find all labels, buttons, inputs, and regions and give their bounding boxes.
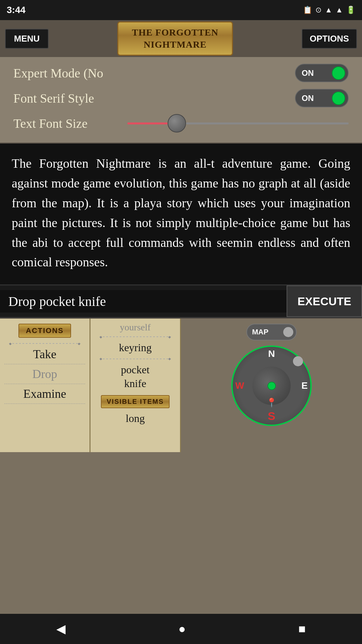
compass-ne-icon	[293, 356, 303, 366]
expert-mode-row: Expert Mode (No ON	[13, 64, 349, 82]
font-serif-row: Font Serif Style ON	[13, 89, 349, 107]
status-time: 3:44	[7, 5, 25, 15]
battery-icon: 🔋	[346, 6, 355, 14]
text-size-slider[interactable]	[127, 114, 349, 132]
slider-track-right	[186, 122, 349, 124]
visible-items-header: VISIBLE ITEMS	[101, 395, 169, 408]
sync-icon: ⊙	[315, 6, 321, 14]
slider-track-left	[127, 122, 168, 124]
direction-W: W	[235, 380, 244, 391]
font-serif-value: ON	[302, 94, 314, 103]
expert-mode-value: ON	[302, 68, 314, 78]
home-button[interactable]: ●	[168, 619, 196, 639]
map-label: MAP	[252, 328, 268, 336]
signal-icon: ▲	[336, 6, 343, 14]
action-drop[interactable]: Drop	[0, 366, 89, 382]
text-preview: The Forgotten Nightmare is an all-t adve…	[0, 144, 362, 284]
items-divider-1	[100, 336, 171, 337]
items-scroll-top: yourself	[120, 319, 151, 334]
sim-icon: 📋	[303, 6, 312, 14]
text-size-label: Text Font Size	[13, 116, 121, 131]
action-take[interactable]: Take	[0, 346, 89, 363]
title-plate: THE FORGOTTEN NIGHTMARE	[117, 21, 233, 56]
nav-bar: ◀ ● ■	[0, 614, 362, 644]
status-icons: 📋 ⊙ ▲ ▲ 🔋	[303, 6, 355, 14]
font-toggle-dot	[332, 92, 345, 105]
top-bar: MENU THE FORGOTTEN NIGHTMARE OPTIONS	[0, 20, 362, 57]
slider-thumb[interactable]	[168, 114, 186, 132]
compass[interactable]: N W E S 📍	[231, 345, 312, 426]
direction-N: N	[268, 348, 275, 359]
map-toggle[interactable]: MAP	[246, 324, 297, 340]
direction-S: S	[268, 410, 276, 423]
settings-area: Expert Mode (No ON Font Serif Style ON T…	[0, 57, 362, 144]
item-keyring[interactable]: keyring	[116, 339, 155, 357]
expert-mode-toggle[interactable]: ON	[295, 64, 349, 82]
action-examine[interactable]: Examine	[0, 385, 89, 402]
text-size-row: Text Font Size	[13, 114, 349, 132]
item-pocket-knife[interactable]: pocket knife	[118, 361, 153, 392]
pin-icon: 📍	[266, 397, 277, 408]
back-button[interactable]: ◀	[46, 619, 76, 639]
preview-text: The Forgotten Nightmare is an all-t adve…	[12, 154, 350, 272]
direction-E: E	[301, 380, 308, 391]
command-input[interactable]	[0, 290, 287, 313]
actions-panel: ACTIONS Take Drop Examine	[0, 319, 90, 452]
item-long[interactable]: long	[122, 410, 148, 427]
recent-button[interactable]: ■	[288, 619, 316, 639]
divider-2	[4, 364, 85, 364]
font-serif-label: Font Serif Style	[13, 91, 94, 106]
toggle-dot	[332, 66, 345, 80]
wifi-icon: ▲	[325, 6, 332, 14]
divider-1	[9, 343, 81, 344]
options-button[interactable]: OPTIONS	[302, 29, 357, 49]
map-dot	[283, 327, 293, 337]
menu-button[interactable]: MENU	[5, 29, 49, 49]
items-panel: yourself keyring pocket knife VISIBLE IT…	[90, 319, 181, 452]
bottom-panels: ACTIONS Take Drop Examine yourself keyri…	[0, 318, 362, 452]
divider-4	[4, 404, 85, 404]
execute-button[interactable]: EXECUTE	[287, 285, 362, 317]
command-bar: EXECUTE	[0, 284, 362, 318]
font-serif-toggle[interactable]: ON	[295, 89, 349, 107]
compass-center	[267, 382, 276, 390]
divider-3	[4, 384, 85, 384]
items-divider-2	[100, 359, 171, 359]
compass-panel: MAP N W E S 📍	[181, 319, 362, 452]
expert-mode-label: Expert Mode (No	[13, 66, 103, 80]
actions-header: ACTIONS	[18, 324, 71, 338]
game-title: THE FORGOTTEN NIGHTMARE	[132, 26, 218, 51]
status-bar: 3:44 📋 ⊙ ▲ ▲ 🔋	[0, 0, 362, 20]
